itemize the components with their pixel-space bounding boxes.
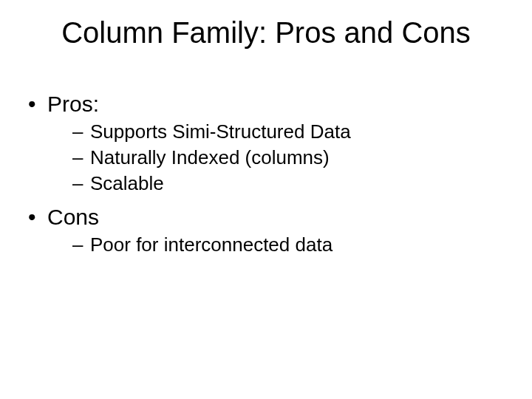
list-item-label: Cons [47, 205, 99, 229]
list-item-label: Supports Simi-Structured Data [90, 120, 351, 143]
list-item-label: Poor for interconnected data [90, 233, 332, 256]
slide: Column Family: Pros and Cons Pros: Suppo… [0, 0, 532, 399]
list-item: Naturally Indexed (columns) [72, 146, 501, 170]
sub-list: Supports Simi-Structured Data Naturally … [47, 120, 501, 197]
list-item-label: Pros: [47, 92, 99, 116]
sub-list: Poor for interconnected data [47, 233, 501, 257]
list-item: Cons Poor for interconnected data [28, 203, 501, 257]
list-item: Scalable [72, 171, 501, 196]
list-item-label: Scalable [90, 172, 164, 194]
list-item-label: Naturally Indexed (columns) [90, 146, 330, 168]
list-item: Pros: Supports Simi-Structured Data Natu… [28, 90, 501, 196]
slide-title: Column Family: Pros and Cons [0, 16, 532, 50]
slide-body: Pros: Supports Simi-Structured Data Natu… [28, 90, 501, 265]
bullet-list: Pros: Supports Simi-Structured Data Natu… [28, 90, 501, 257]
list-item: Supports Simi-Structured Data [72, 120, 501, 144]
list-item: Poor for interconnected data [72, 233, 501, 257]
